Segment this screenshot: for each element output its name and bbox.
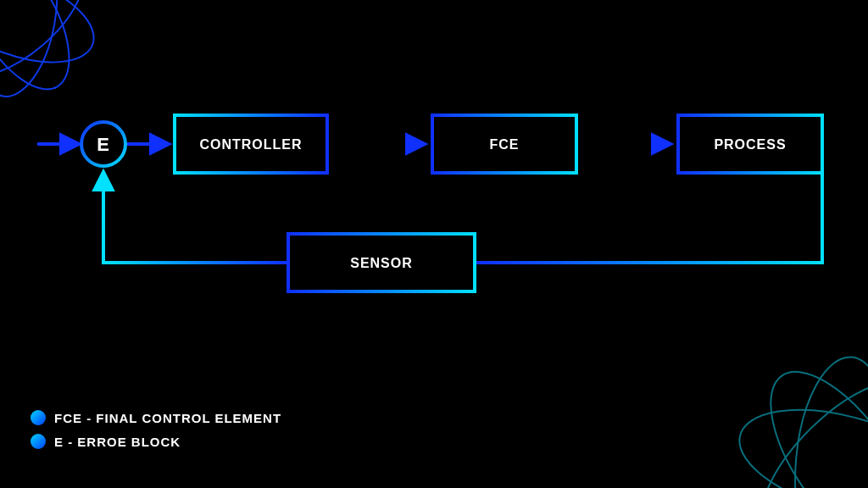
- bullet-icon: [31, 410, 46, 425]
- legend-item-e: E - ERROE BLOCK: [31, 434, 281, 449]
- path-process-to-sensor: [476, 173, 822, 263]
- controller-label: CONTROLLER: [199, 137, 302, 152]
- path-sensor-to-error: [103, 173, 287, 263]
- fce-label: FCE: [490, 137, 520, 152]
- bullet-icon: [31, 434, 46, 449]
- error-label: E: [97, 134, 110, 155]
- legend: FCE - FINAL CONTROL ELEMENT E - ERROE BL…: [31, 410, 281, 458]
- legend-text-fce: FCE - FINAL CONTROL ELEMENT: [54, 411, 281, 425]
- process-label: PROCESS: [714, 137, 786, 152]
- legend-text-e: E - ERROE BLOCK: [54, 435, 181, 449]
- legend-item-fce: FCE - FINAL CONTROL ELEMENT: [31, 410, 281, 425]
- sensor-label: SENSOR: [350, 256, 413, 270]
